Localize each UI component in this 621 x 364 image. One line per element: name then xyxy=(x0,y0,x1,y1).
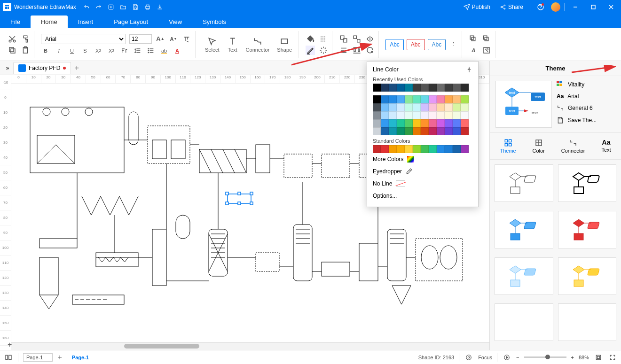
color-swatch[interactable] xyxy=(373,103,381,111)
color-swatch[interactable] xyxy=(461,145,469,153)
ungroup-icon[interactable] xyxy=(352,34,362,44)
share-button[interactable]: Share xyxy=(497,4,526,10)
no-line-option[interactable]: No Line xyxy=(373,178,472,190)
focus-icon[interactable] xyxy=(464,353,473,362)
color-swatch[interactable] xyxy=(389,84,397,92)
color-swatch[interactable] xyxy=(437,111,445,119)
close-button[interactable] xyxy=(604,0,618,14)
color-swatch[interactable] xyxy=(429,95,437,103)
color-swatch[interactable] xyxy=(389,127,397,135)
menu-file[interactable]: File xyxy=(0,15,31,28)
color-swatch[interactable] xyxy=(413,119,421,127)
color-swatch[interactable] xyxy=(405,127,413,135)
highlight-icon[interactable]: ab xyxy=(159,46,169,55)
color-swatch[interactable] xyxy=(373,84,381,92)
color-swatch[interactable] xyxy=(437,84,445,92)
select-tool[interactable]: Select xyxy=(202,36,222,54)
theme-card[interactable] xyxy=(558,164,617,202)
format-painter-icon[interactable] xyxy=(21,34,30,44)
subtab-color[interactable]: Color xyxy=(531,137,547,155)
theme-card[interactable] xyxy=(558,303,617,341)
color-swatch[interactable] xyxy=(413,111,421,119)
color-swatch[interactable] xyxy=(381,111,389,119)
color-swatch[interactable] xyxy=(453,103,461,111)
color-swatch[interactable] xyxy=(389,95,397,103)
color-swatch[interactable] xyxy=(445,103,453,111)
size-icon[interactable] xyxy=(482,46,491,55)
more-colors-option[interactable]: More Colors xyxy=(373,153,472,165)
text-style-icon[interactable]: A xyxy=(469,46,478,55)
color-swatch[interactable] xyxy=(445,84,453,92)
color-swatch[interactable] xyxy=(461,84,469,92)
case-icon[interactable] xyxy=(120,46,129,55)
print-icon[interactable] xyxy=(144,3,151,11)
color-swatch[interactable] xyxy=(373,111,381,119)
color-swatch[interactable] xyxy=(413,95,421,103)
cut-icon[interactable] xyxy=(8,34,17,44)
theme-card[interactable] xyxy=(495,211,553,248)
color-swatch[interactable] xyxy=(445,127,453,135)
zoom-in-icon[interactable]: + xyxy=(571,355,574,360)
color-swatch[interactable] xyxy=(445,111,453,119)
menu-symbols[interactable]: Symbols xyxy=(192,15,236,28)
color-swatch[interactable] xyxy=(429,127,437,135)
avatar[interactable] xyxy=(551,2,560,12)
export-icon[interactable] xyxy=(156,3,164,11)
color-swatch[interactable] xyxy=(405,111,413,119)
outline-icon[interactable] xyxy=(4,353,13,362)
color-swatch[interactable] xyxy=(429,145,437,153)
color-swatch[interactable] xyxy=(445,119,453,127)
shape-tool[interactable]: Shape xyxy=(274,36,295,54)
color-swatch[interactable] xyxy=(405,95,413,103)
color-swatch[interactable] xyxy=(437,95,445,103)
color-swatch[interactable] xyxy=(397,111,405,119)
undo-icon[interactable] xyxy=(83,3,90,11)
color-swatch[interactable] xyxy=(373,95,381,103)
line-style-icon[interactable] xyxy=(319,34,328,44)
maximize-button[interactable] xyxy=(586,0,600,14)
color-swatch[interactable] xyxy=(373,145,381,153)
color-swatch[interactable] xyxy=(397,84,405,92)
save-icon[interactable] xyxy=(132,3,139,11)
color-swatch[interactable] xyxy=(453,145,461,153)
color-swatch[interactable] xyxy=(445,95,453,103)
color-swatch[interactable] xyxy=(397,119,405,127)
eyedropper-option[interactable]: Eyedropper xyxy=(373,165,472,178)
options-option[interactable]: Options... xyxy=(373,190,472,202)
color-swatch[interactable] xyxy=(397,103,405,111)
fullscreen-icon[interactable] xyxy=(608,353,617,362)
style-preset-1[interactable]: Abc xyxy=(385,39,404,50)
page-selector[interactable]: Page-1 xyxy=(23,353,53,362)
color-swatch[interactable] xyxy=(421,119,429,127)
new-tab-button[interactable]: + xyxy=(71,64,82,72)
color-swatch[interactable] xyxy=(381,84,389,92)
color-swatch[interactable] xyxy=(461,95,469,103)
theme-card[interactable] xyxy=(558,211,617,248)
text-tool[interactable]: Text xyxy=(224,36,241,54)
publish-button[interactable]: Publish xyxy=(461,4,493,10)
subtab-connector[interactable]: Connector xyxy=(559,137,587,155)
theme-vitality[interactable]: Vitality xyxy=(557,81,597,88)
menu-view[interactable]: View xyxy=(158,15,192,28)
theme-save[interactable]: Save The... xyxy=(557,116,597,124)
paste-icon[interactable] xyxy=(21,46,30,55)
color-swatch[interactable] xyxy=(421,103,429,111)
group-icon[interactable] xyxy=(339,34,348,44)
color-swatch[interactable] xyxy=(429,119,437,127)
font-color-icon[interactable]: A xyxy=(173,46,182,55)
font-select[interactable]: Arial xyxy=(41,34,126,44)
zoom-slider[interactable] xyxy=(524,356,566,358)
color-swatch[interactable] xyxy=(373,127,381,135)
color-swatch[interactable] xyxy=(413,127,421,135)
theme-font[interactable]: AaArial xyxy=(557,93,597,100)
new-icon[interactable] xyxy=(107,3,115,11)
color-swatch[interactable] xyxy=(389,145,397,153)
subtab-text[interactable]: AaText xyxy=(599,137,613,155)
color-swatch[interactable] xyxy=(453,127,461,135)
menu-insert[interactable]: Insert xyxy=(68,15,104,28)
color-swatch[interactable] xyxy=(405,145,413,153)
color-swatch[interactable] xyxy=(389,111,397,119)
color-swatch[interactable] xyxy=(437,145,445,153)
play-icon[interactable] xyxy=(502,353,511,362)
color-swatch[interactable] xyxy=(453,95,461,103)
